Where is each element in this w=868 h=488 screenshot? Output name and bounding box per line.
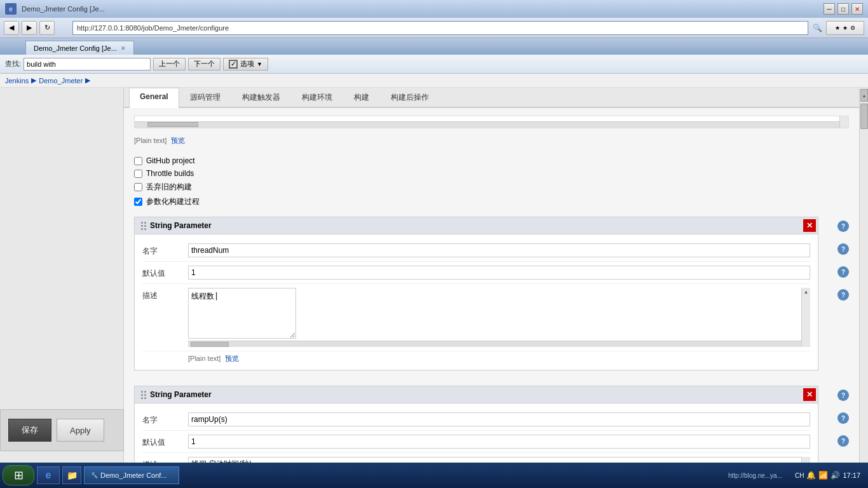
param-2-name-row: 名字 [142,409,810,431]
help-btn-2b[interactable]: ? [837,412,849,424]
vertical-scrollbar[interactable]: ▲ ▼ [859,88,868,477]
param-1-default-input[interactable] [188,266,810,280]
find-bar: 查找: build with 上一个 下一个 ✓ 选项 ▼ [0,55,868,74]
taskbar-ie-icon[interactable]: e [37,466,60,484]
drag-handle-1[interactable] [141,222,146,230]
param-1-header: String Parameter [135,217,818,234]
tray-icons: CH [795,472,804,479]
breadcrumb-sep2: ▶ [85,76,90,85]
top-scroll-area [134,116,849,128]
tab-content: [Plain text] 预览 GitHub project Throttle … [124,108,859,477]
apply-button[interactable]: Apply [57,419,104,442]
drag-handle-2[interactable] [141,391,146,399]
back-btn[interactable]: ◀ [4,21,19,35]
tray-url: http://blog.ne...ya... [728,472,782,479]
param-1-name-row: 名字 [142,240,810,262]
help-btn-2a[interactable]: ? [837,390,849,401]
param-2-title: String Parameter [150,390,212,399]
param-1-name-label: 名字 [142,243,180,257]
discard-checkbox[interactable] [134,183,142,191]
param-2-name-label: 名字 [142,412,180,426]
forward-btn[interactable]: ▶ [22,21,37,35]
help-col-2: ? ? ? [837,386,849,447]
param-block-1-wrapper: ✕ String Parameter [134,217,849,381]
config-tabs: General 源码管理 构建触发器 构建环境 构建 构建后操作 [124,88,859,108]
taskbar-jenkins-item[interactable]: 🔧 Demo_Jmeter Conf... [84,466,179,484]
param-1-desc-label: 描述 [142,288,180,301]
find-prev-btn[interactable]: 上一个 [153,58,186,71]
main-content: General 源码管理 构建触发器 构建环境 构建 构建后操作 [Plain … [124,88,859,477]
throttle-checkbox[interactable] [134,170,142,178]
param-1-default-label: 默认值 [142,266,180,279]
param-1-title: String Parameter [150,221,212,230]
save-button[interactable]: 保存 [8,419,51,442]
tab-label: Demo_Jmeter Config [Je... [34,44,117,52]
param-1-plain-text-row: [Plain text] 预览 [142,351,810,365]
tab-source[interactable]: 源码管理 [179,88,231,107]
browser-tab[interactable]: Demo_Jmeter Config [Je... ✕ [25,41,134,55]
param-2-default-label: 默认值 [142,435,180,448]
taskbar-tray: http://blog.ne...ya... CH 🔔 📶 🔊 17:17 [728,471,865,480]
tab-close-icon[interactable]: ✕ [121,45,126,51]
param-1-body: 名字 默认值 描述 [135,234,818,370]
tab-triggers[interactable]: 构建触发器 [231,88,291,107]
help-btn-1a[interactable]: ? [837,220,849,232]
discard-label: 丢弃旧的构建 [146,182,192,193]
minimize-btn[interactable]: ─ [824,3,835,15]
taskbar-clock: 17:17 [843,471,860,479]
tray-notification[interactable]: 🔔 [806,471,816,480]
tray-network[interactable]: 📶 [818,471,828,480]
options-label: 选项 [240,59,254,69]
github-checkbox[interactable] [134,157,142,165]
tab-build[interactable]: 构建 [343,88,380,107]
close-btn[interactable]: ✕ [851,3,863,15]
help-btn-1c[interactable]: ? [837,266,849,278]
param-block-1: ✕ String Parameter [134,217,818,381]
start-button[interactable]: ⊞ [3,465,34,485]
param-1-name-input[interactable] [188,243,810,257]
maximize-btn[interactable]: □ [837,3,849,15]
param-1-desc-input[interactable]: 线程数| [188,288,296,339]
parameterized-checkbox[interactable] [134,198,142,206]
refresh-btn[interactable]: ↻ [39,21,55,35]
param-2-header: String Parameter [135,386,818,403]
breadcrumb: Jenkins ▶ Demo_Jmeter ▶ [0,74,868,88]
param-2-close-btn[interactable]: ✕ [803,388,816,401]
help-btn-1b[interactable]: ? [837,243,849,255]
plain-text-row-top: [Plain text] 预览 [134,133,849,149]
help-btn-1d[interactable]: ? [837,289,849,301]
help-btn-2c[interactable]: ? [837,435,849,447]
tab-post[interactable]: 构建后操作 [380,88,440,107]
breadcrumb-demo[interactable]: Demo_Jmeter [39,77,83,85]
find-label: 查找: [5,59,21,69]
checkbox-discard: 丢弃旧的构建 [134,180,849,194]
browser-tab-bar: Demo_Jmeter Config [Je... ✕ [0,38,868,55]
nav-bar: ◀ ▶ ↻ http://127.0.0.1:8080/job/Demo_Jme… [0,18,868,38]
find-options-btn[interactable]: ✓ 选项 ▼ [223,58,268,71]
checkboxes-section: GitHub project Throttle builds 丢弃旧的构建 参数… [134,154,849,209]
checkbox-throttle: Throttle builds [134,167,849,180]
taskbar-explorer-icon[interactable]: 📁 [62,466,81,484]
taskbar: ⊞ e 📁 🔧 Demo_Jmeter Conf... http://blog.… [0,463,868,488]
param-1-preview-link[interactable]: 预览 [225,355,239,362]
preview-link-top[interactable]: 预览 [171,137,185,144]
sidebar: 保存 Apply [0,88,124,477]
github-label: GitHub project [146,156,195,165]
address-bar[interactable]: http://127.0.0.1:8080/job/Demo_Jmeter/co… [72,21,808,35]
taskbar-item-label: Demo_Jmeter Conf... [100,471,167,479]
param-2-default-row: 默认值 [142,431,810,453]
param-1-close-btn[interactable]: ✕ [803,219,816,232]
find-next-btn[interactable]: 下一个 [188,58,220,71]
tab-env[interactable]: 构建环境 [291,88,343,107]
throttle-label: Throttle builds [146,169,194,178]
tray-volume[interactable]: 🔊 [831,471,840,480]
parameterized-label: 参数化构建过程 [146,196,200,207]
param-2-default-input[interactable] [188,435,810,449]
title-bar: e Demo_Jmeter Config [Je... ─ □ ✕ [0,0,868,18]
find-input[interactable]: build with [24,58,151,71]
tab-general[interactable]: General [129,88,179,108]
help-col-1: ? ? ? ? [837,217,849,301]
param-2-name-input[interactable] [188,412,810,426]
breadcrumb-jenkins[interactable]: Jenkins [5,77,29,85]
browser-title: Demo_Jmeter Config [Je... [22,5,105,13]
